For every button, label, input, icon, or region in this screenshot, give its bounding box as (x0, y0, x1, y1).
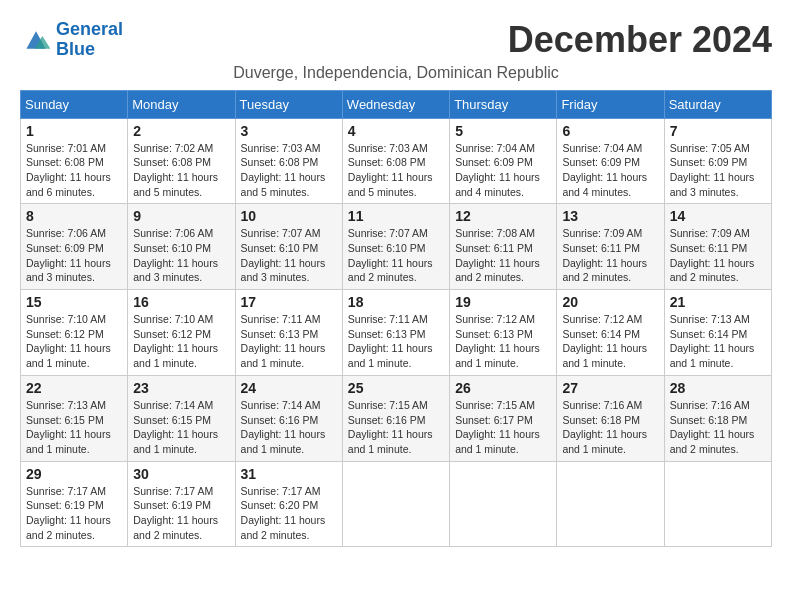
calendar-day-cell: 27Sunrise: 7:16 AMSunset: 6:18 PMDayligh… (557, 375, 664, 461)
day-detail: Sunrise: 7:09 AMSunset: 6:11 PMDaylight:… (670, 226, 766, 285)
day-detail: Sunrise: 7:13 AMSunset: 6:15 PMDaylight:… (26, 398, 122, 457)
weekday-header-cell: Wednesday (342, 90, 449, 118)
calendar-day-cell: 30Sunrise: 7:17 AMSunset: 6:19 PMDayligh… (128, 461, 235, 547)
day-number: 16 (133, 294, 229, 310)
day-number: 6 (562, 123, 658, 139)
day-number: 24 (241, 380, 337, 396)
calendar-day-cell (342, 461, 449, 547)
calendar-day-cell: 14Sunrise: 7:09 AMSunset: 6:11 PMDayligh… (664, 204, 771, 290)
calendar-day-cell: 5Sunrise: 7:04 AMSunset: 6:09 PMDaylight… (450, 118, 557, 204)
day-number: 14 (670, 208, 766, 224)
day-detail: Sunrise: 7:14 AMSunset: 6:16 PMDaylight:… (241, 398, 337, 457)
day-detail: Sunrise: 7:05 AMSunset: 6:09 PMDaylight:… (670, 141, 766, 200)
calendar-day-cell: 21Sunrise: 7:13 AMSunset: 6:14 PMDayligh… (664, 290, 771, 376)
day-detail: Sunrise: 7:08 AMSunset: 6:11 PMDaylight:… (455, 226, 551, 285)
location-subtitle: Duverge, Independencia, Dominican Republ… (20, 64, 772, 82)
day-detail: Sunrise: 7:17 AMSunset: 6:19 PMDaylight:… (26, 484, 122, 543)
day-number: 8 (26, 208, 122, 224)
calendar-day-cell: 17Sunrise: 7:11 AMSunset: 6:13 PMDayligh… (235, 290, 342, 376)
month-title: December 2024 (508, 20, 772, 60)
calendar-day-cell: 23Sunrise: 7:14 AMSunset: 6:15 PMDayligh… (128, 375, 235, 461)
logo: General Blue (20, 20, 123, 60)
calendar-day-cell: 25Sunrise: 7:15 AMSunset: 6:16 PMDayligh… (342, 375, 449, 461)
weekday-header-cell: Thursday (450, 90, 557, 118)
weekday-header-cell: Sunday (21, 90, 128, 118)
weekday-header-cell: Friday (557, 90, 664, 118)
calendar-day-cell: 11Sunrise: 7:07 AMSunset: 6:10 PMDayligh… (342, 204, 449, 290)
calendar-day-cell: 15Sunrise: 7:10 AMSunset: 6:12 PMDayligh… (21, 290, 128, 376)
day-detail: Sunrise: 7:17 AMSunset: 6:19 PMDaylight:… (133, 484, 229, 543)
page-header: General Blue December 2024 (20, 20, 772, 60)
calendar-day-cell: 16Sunrise: 7:10 AMSunset: 6:12 PMDayligh… (128, 290, 235, 376)
calendar-body: 1Sunrise: 7:01 AMSunset: 6:08 PMDaylight… (21, 118, 772, 547)
day-detail: Sunrise: 7:12 AMSunset: 6:14 PMDaylight:… (562, 312, 658, 371)
calendar-day-cell: 8Sunrise: 7:06 AMSunset: 6:09 PMDaylight… (21, 204, 128, 290)
weekday-header-cell: Monday (128, 90, 235, 118)
day-detail: Sunrise: 7:11 AMSunset: 6:13 PMDaylight:… (241, 312, 337, 371)
calendar-day-cell: 9Sunrise: 7:06 AMSunset: 6:10 PMDaylight… (128, 204, 235, 290)
calendar-day-cell (450, 461, 557, 547)
day-number: 17 (241, 294, 337, 310)
day-number: 12 (455, 208, 551, 224)
day-number: 23 (133, 380, 229, 396)
day-number: 31 (241, 466, 337, 482)
day-detail: Sunrise: 7:14 AMSunset: 6:15 PMDaylight:… (133, 398, 229, 457)
day-number: 9 (133, 208, 229, 224)
calendar-day-cell (557, 461, 664, 547)
day-number: 1 (26, 123, 122, 139)
calendar-day-cell: 22Sunrise: 7:13 AMSunset: 6:15 PMDayligh… (21, 375, 128, 461)
day-number: 2 (133, 123, 229, 139)
calendar-day-cell: 24Sunrise: 7:14 AMSunset: 6:16 PMDayligh… (235, 375, 342, 461)
day-number: 25 (348, 380, 444, 396)
weekday-header-cell: Tuesday (235, 90, 342, 118)
calendar-week-row: 29Sunrise: 7:17 AMSunset: 6:19 PMDayligh… (21, 461, 772, 547)
calendar-week-row: 8Sunrise: 7:06 AMSunset: 6:09 PMDaylight… (21, 204, 772, 290)
day-detail: Sunrise: 7:12 AMSunset: 6:13 PMDaylight:… (455, 312, 551, 371)
day-detail: Sunrise: 7:09 AMSunset: 6:11 PMDaylight:… (562, 226, 658, 285)
day-detail: Sunrise: 7:10 AMSunset: 6:12 PMDaylight:… (133, 312, 229, 371)
day-detail: Sunrise: 7:03 AMSunset: 6:08 PMDaylight:… (348, 141, 444, 200)
day-detail: Sunrise: 7:10 AMSunset: 6:12 PMDaylight:… (26, 312, 122, 371)
calendar-day-cell: 19Sunrise: 7:12 AMSunset: 6:13 PMDayligh… (450, 290, 557, 376)
calendar-day-cell: 10Sunrise: 7:07 AMSunset: 6:10 PMDayligh… (235, 204, 342, 290)
day-detail: Sunrise: 7:04 AMSunset: 6:09 PMDaylight:… (455, 141, 551, 200)
day-number: 15 (26, 294, 122, 310)
day-number: 18 (348, 294, 444, 310)
day-number: 30 (133, 466, 229, 482)
calendar-day-cell: 18Sunrise: 7:11 AMSunset: 6:13 PMDayligh… (342, 290, 449, 376)
day-number: 4 (348, 123, 444, 139)
calendar-day-cell: 31Sunrise: 7:17 AMSunset: 6:20 PMDayligh… (235, 461, 342, 547)
day-number: 22 (26, 380, 122, 396)
day-number: 29 (26, 466, 122, 482)
day-detail: Sunrise: 7:16 AMSunset: 6:18 PMDaylight:… (562, 398, 658, 457)
day-number: 28 (670, 380, 766, 396)
day-detail: Sunrise: 7:01 AMSunset: 6:08 PMDaylight:… (26, 141, 122, 200)
day-detail: Sunrise: 7:07 AMSunset: 6:10 PMDaylight:… (348, 226, 444, 285)
calendar-day-cell: 20Sunrise: 7:12 AMSunset: 6:14 PMDayligh… (557, 290, 664, 376)
day-detail: Sunrise: 7:17 AMSunset: 6:20 PMDaylight:… (241, 484, 337, 543)
calendar-day-cell: 7Sunrise: 7:05 AMSunset: 6:09 PMDaylight… (664, 118, 771, 204)
day-number: 19 (455, 294, 551, 310)
day-detail: Sunrise: 7:16 AMSunset: 6:18 PMDaylight:… (670, 398, 766, 457)
calendar-day-cell: 4Sunrise: 7:03 AMSunset: 6:08 PMDaylight… (342, 118, 449, 204)
calendar-day-cell: 28Sunrise: 7:16 AMSunset: 6:18 PMDayligh… (664, 375, 771, 461)
day-detail: Sunrise: 7:06 AMSunset: 6:09 PMDaylight:… (26, 226, 122, 285)
day-detail: Sunrise: 7:13 AMSunset: 6:14 PMDaylight:… (670, 312, 766, 371)
weekday-header-cell: Saturday (664, 90, 771, 118)
logo-text: General Blue (56, 20, 123, 60)
calendar-day-cell: 6Sunrise: 7:04 AMSunset: 6:09 PMDaylight… (557, 118, 664, 204)
calendar-day-cell: 2Sunrise: 7:02 AMSunset: 6:08 PMDaylight… (128, 118, 235, 204)
calendar-day-cell: 13Sunrise: 7:09 AMSunset: 6:11 PMDayligh… (557, 204, 664, 290)
day-detail: Sunrise: 7:02 AMSunset: 6:08 PMDaylight:… (133, 141, 229, 200)
day-number: 20 (562, 294, 658, 310)
logo-general: General (56, 19, 123, 39)
logo-blue: Blue (56, 39, 95, 59)
day-detail: Sunrise: 7:06 AMSunset: 6:10 PMDaylight:… (133, 226, 229, 285)
day-detail: Sunrise: 7:07 AMSunset: 6:10 PMDaylight:… (241, 226, 337, 285)
calendar-day-cell: 12Sunrise: 7:08 AMSunset: 6:11 PMDayligh… (450, 204, 557, 290)
day-number: 27 (562, 380, 658, 396)
calendar-week-row: 15Sunrise: 7:10 AMSunset: 6:12 PMDayligh… (21, 290, 772, 376)
calendar-day-cell: 29Sunrise: 7:17 AMSunset: 6:19 PMDayligh… (21, 461, 128, 547)
day-number: 26 (455, 380, 551, 396)
calendar-week-row: 1Sunrise: 7:01 AMSunset: 6:08 PMDaylight… (21, 118, 772, 204)
